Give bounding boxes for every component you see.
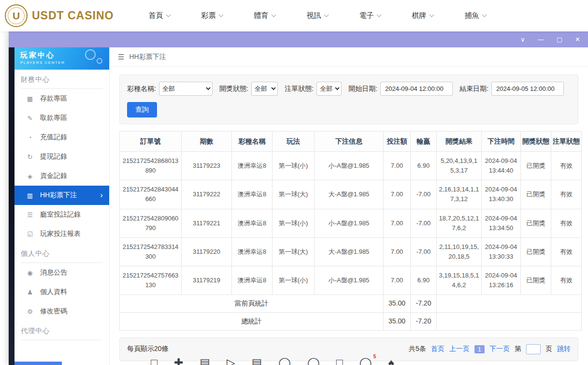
sidebar-item-label: 修改密碼 [40, 307, 67, 316]
window-alt-icon[interactable]: □ [336, 356, 343, 365]
play-icon[interactable]: ▷ [227, 356, 235, 365]
prev-page-link[interactable]: 上一页 [449, 345, 470, 353]
window-icon[interactable]: □ [151, 356, 158, 365]
cell-draw_result: 5,20,4,13,9,15,3,17 [437, 152, 482, 180]
cell-order_status: 有效 [551, 209, 582, 237]
sidebar-section-label: 財務中心 [21, 75, 103, 89]
summary-empty [437, 313, 582, 331]
cell-play: 第一球(大) [272, 180, 315, 209]
end-date-label: 結束日期: [459, 85, 488, 93]
spade-icon[interactable]: ♠ [388, 356, 394, 365]
nav-item-electronic[interactable]: 電子 [359, 11, 381, 20]
card-alt-icon[interactable]: ▤ [252, 356, 262, 365]
sidebar-item-funds-records[interactable]: ◈資金記錄 [14, 166, 109, 186]
nav-item-label: 首頁 [148, 11, 163, 20]
window-close-icon[interactable]: ✕ [575, 36, 580, 43]
player-center-window: ∨—▢✕ 玩家中心 PLAYERS CENTER 財務中心▦存款專區✎取款專區◔… [9, 31, 588, 365]
current-page[interactable]: 1 [474, 345, 485, 353]
window-maximize-icon[interactable]: ▢ [557, 36, 562, 43]
cell-draw_status: 已開獎 [521, 209, 551, 237]
chevron-down-icon [324, 13, 329, 17]
circle-alt-icon[interactable]: ◯ [307, 356, 320, 365]
withdraw-icon: ✎ [26, 115, 34, 122]
cell-win_loss: -7.00 [411, 180, 437, 209]
gear-icon: ⚙ [26, 308, 34, 315]
chevron-down-icon [272, 13, 276, 17]
summary-bet-amount: 35.00 [384, 295, 411, 313]
pager: 共5条 首页 上一页 1 下一页 第 页 跳转 [409, 344, 571, 354]
nav-item-video[interactable]: 視訊 [306, 11, 328, 20]
notifications-icon[interactable]: ◯5 [359, 356, 372, 365]
sidebar-item-announcements[interactable]: ◉消息公告 [14, 263, 109, 282]
jump-link[interactable]: 跳转 [557, 345, 571, 353]
cell-period: 31179223 [182, 152, 232, 180]
cell-draw_status: 已開獎 [521, 152, 551, 180]
nav-item-sports[interactable]: 體育 [254, 11, 275, 20]
bet-report-icon: ☑ [26, 231, 34, 238]
sidebar-item-withdrawal-records[interactable]: ↻提現記錄 [14, 147, 109, 166]
sidebar-item-player-bet-report[interactable]: ☑玩家投注報表 [14, 224, 109, 244]
nav-item-label: 體育 [254, 11, 268, 20]
draw-status-select[interactable]: 全部 [251, 82, 278, 96]
next-page-link[interactable]: 下一页 [489, 345, 510, 353]
cell-order_no: 2152172542868013890 [120, 152, 182, 180]
nav-item-label: 捕魚 [464, 11, 479, 20]
col-header-bet_info: 下注信息 [315, 131, 384, 152]
cell-lottery_name: 澳洲幸运8 [232, 180, 272, 209]
casino-logo[interactable]: U USDT CASINO [5, 4, 114, 27]
first-page-link[interactable]: 首页 [431, 345, 445, 353]
start-date-input[interactable] [380, 82, 453, 96]
col-header-lottery_name: 彩種名稱 [232, 131, 272, 152]
sidebar-item-label: 消息公告 [40, 268, 67, 277]
page-title: HH彩票下注 [129, 53, 166, 61]
sidebar-bottom-highlight [14, 362, 62, 365]
page-jump-pre-label: 第 [515, 345, 521, 353]
order-status-select[interactable]: 全部 [316, 82, 342, 96]
sidebar-item-room-bet-records[interactable]: ☰廳室投註記錄 [14, 205, 109, 224]
nav-item-label: 電子 [359, 11, 373, 20]
sidebar-item-profile[interactable]: ♟個人資料 [14, 282, 109, 302]
sidebar-section-label: 代理中心 [21, 327, 103, 340]
cell-bet_info: 小-A盤@1.985 [315, 152, 384, 180]
lottery-name-select[interactable]: 全部 [159, 82, 213, 96]
cell-draw_status: 已開獎 [521, 266, 551, 295]
nav-item-chess[interactable]: 棋牌 [412, 11, 433, 20]
window-minimize-icon[interactable]: — [538, 36, 544, 43]
table-row: 215217254275766313031179219澳洲幸运8第一球(小)小-… [120, 266, 582, 295]
cell-bet_info: 大-A盤@1.985 [315, 237, 384, 266]
chevron-right-icon: › [100, 190, 103, 200]
content-header: ☰ HH彩票下注 [110, 47, 588, 67]
plus-icon[interactable]: ✚ [174, 356, 183, 365]
cell-win_loss: 6.90 [411, 152, 437, 180]
cashout-record-icon: ↻ [26, 153, 34, 161]
end-date-input[interactable] [491, 82, 564, 96]
sidebar-item-label: 存款專區 [40, 94, 67, 103]
cell-lottery_name: 澳洲幸运8 [232, 152, 272, 180]
sidebar-item-label: 資金記錄 [40, 172, 67, 180]
sidebar-item-change-password[interactable]: ⚙修改密碼 [14, 302, 109, 321]
sidebar-item-deposit-area[interactable]: ▦存款專區 [14, 89, 109, 108]
sidebar-item-withdraw-area[interactable]: ✎取款專區 [14, 108, 109, 128]
page-jump-input[interactable] [526, 344, 541, 354]
sidebar-item-label: 個人資料 [40, 288, 67, 296]
table-row: 215217254284304466031179222澳洲幸运8第一球(大)大-… [120, 180, 582, 209]
nav-item-fishing[interactable]: 捕魚 [464, 11, 486, 20]
summary-label: 當前頁統計 [120, 295, 384, 313]
cell-bet_amount: 7.00 [384, 209, 411, 237]
sidebar-section-label: 個人中心 [21, 249, 103, 263]
nav-item-lottery[interactable]: 彩票 [201, 11, 223, 20]
window-titlebar[interactable]: ∨—▢✕ [9, 31, 588, 47]
sidebar-item-recharge-records[interactable]: ◔充值記錄 [14, 128, 109, 147]
summary-row: 總統計35.00-7.20 [120, 313, 582, 331]
nav-item-home[interactable]: 首頁 [148, 11, 170, 20]
hamburger-icon[interactable]: ☰ [118, 53, 124, 61]
circle-icon[interactable]: ◯ [278, 356, 291, 365]
room-records-icon: ☰ [26, 211, 34, 219]
query-button[interactable]: 查詢 [127, 102, 157, 117]
window-collapse-icon[interactable]: ∨ [520, 36, 525, 43]
card-icon[interactable]: ▤ [200, 356, 210, 365]
per-page-label: 每頁顯示20條 [127, 345, 169, 353]
order-status-label: 注單狀態: [285, 85, 314, 93]
start-date-label: 開始日期: [348, 85, 377, 93]
sidebar-item-hh-lottery-bets[interactable]: ▥HH彩票下注› [14, 186, 109, 205]
